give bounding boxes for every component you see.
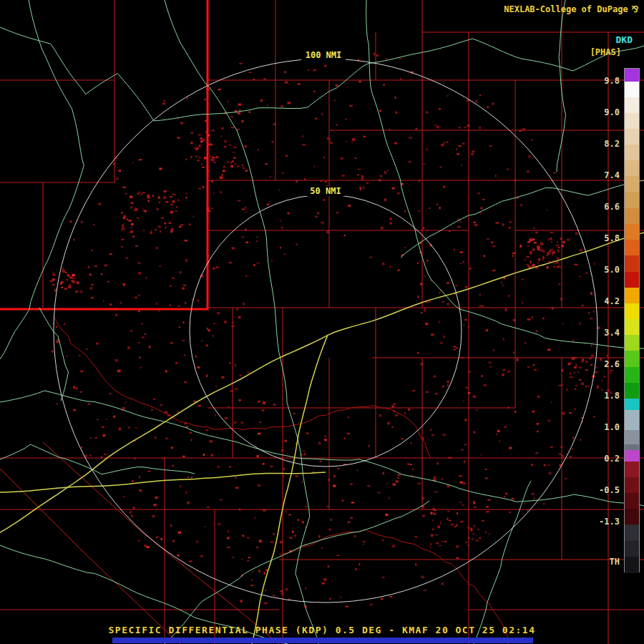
radar-echo (334, 100, 336, 102)
radar-echo (79, 355, 81, 356)
radar-echo (569, 376, 572, 378)
radar-echo (209, 440, 212, 442)
radar-echo (233, 152, 235, 153)
radar-echo (384, 84, 385, 86)
radar-echo (404, 247, 406, 248)
radar-echo (243, 167, 245, 169)
radar-echo (415, 128, 417, 130)
radar-echo (135, 297, 137, 299)
radar-echo (323, 156, 325, 158)
color-scale-segment (625, 129, 639, 145)
radar-echo (255, 517, 256, 519)
radar-echo (465, 386, 467, 389)
radar-echo (531, 464, 532, 466)
radar-echo (189, 560, 192, 562)
radar-echo (473, 502, 475, 504)
radar-echo (447, 282, 450, 284)
radar-echo (245, 170, 248, 172)
radar-echo (397, 192, 400, 195)
radar-echo (574, 366, 577, 369)
radar-echo (170, 342, 172, 344)
color-scale-segment (625, 410, 639, 430)
radar-echo (170, 230, 172, 233)
radar-echo (527, 256, 530, 258)
radar-echo (230, 162, 232, 164)
radar-echo (231, 127, 235, 128)
color-scale-segment (625, 509, 639, 525)
radar-echo (508, 296, 509, 297)
radar-echo (348, 205, 351, 207)
radar-echo (336, 212, 339, 213)
radar-echo (155, 436, 157, 439)
radar-echo (431, 535, 434, 537)
river-line (54, 315, 431, 458)
radar-echo (455, 285, 457, 286)
radar-echo (329, 140, 331, 142)
radar-echo (485, 477, 488, 479)
radar-echo (479, 305, 481, 306)
color-scale-segment (625, 557, 639, 573)
radar-echo (328, 565, 330, 567)
radar-echo (441, 582, 444, 585)
radar-echo (270, 541, 273, 543)
radar-echo (220, 499, 223, 501)
radar-echo (315, 216, 318, 218)
radar-echo (165, 370, 167, 372)
radar-echo (298, 84, 301, 85)
radar-echo (522, 279, 525, 280)
radar-echo (527, 245, 530, 247)
radar-echo (433, 512, 434, 514)
radar-echo (61, 287, 63, 288)
radar-echo (164, 100, 165, 103)
radar-echo (495, 175, 497, 177)
radar-echo (465, 542, 467, 543)
radar-echo (130, 230, 134, 233)
radar-echo (195, 155, 198, 157)
radar-echo (415, 536, 418, 537)
radar-echo (387, 422, 389, 425)
radar-echo (87, 348, 88, 350)
radar-echo (351, 142, 353, 143)
radar-echo (344, 235, 346, 236)
range-rings (54, 59, 597, 602)
radar-echo (503, 338, 504, 341)
radar-echo (122, 229, 125, 230)
radar-echo (492, 241, 494, 243)
radar-echo (214, 323, 215, 324)
radar-echo (369, 445, 370, 448)
radar-echo (504, 426, 507, 428)
radar-echo (182, 321, 184, 323)
radar-echo (258, 570, 260, 572)
radar-echo (143, 230, 145, 231)
radar-echo (180, 122, 183, 124)
radar-echo (447, 517, 449, 520)
radar-echo (525, 342, 526, 344)
radar-echo (436, 542, 439, 545)
radar-echo (159, 265, 160, 267)
radar-echo (321, 222, 324, 224)
scale-tick-label: 0.2 (580, 453, 620, 464)
brand-title: NEXLAB-College of DuPage⅋ (504, 4, 638, 14)
radar-echo (178, 199, 180, 202)
radar-echo (329, 597, 331, 600)
radar-echo (476, 100, 478, 102)
radar-echo (242, 165, 243, 167)
brand-glyph-icon: ⅋ (632, 4, 638, 14)
radar-echo (139, 356, 140, 358)
radar-echo (434, 513, 436, 515)
radar-echo (139, 295, 140, 296)
radar-echo (532, 248, 535, 250)
radar-echo (182, 288, 185, 290)
radar-echo (543, 503, 545, 505)
radar-echo (245, 212, 248, 213)
radar-echo (249, 111, 251, 113)
radar-echo (369, 257, 372, 258)
radar-echo (363, 544, 364, 545)
radar-echo (562, 455, 564, 457)
radar-echo (424, 310, 426, 312)
radar-echo (294, 535, 296, 537)
radar-echo (559, 283, 561, 285)
radar-echo (479, 537, 482, 540)
radar-echo (65, 272, 67, 273)
radar-echo (233, 157, 236, 159)
